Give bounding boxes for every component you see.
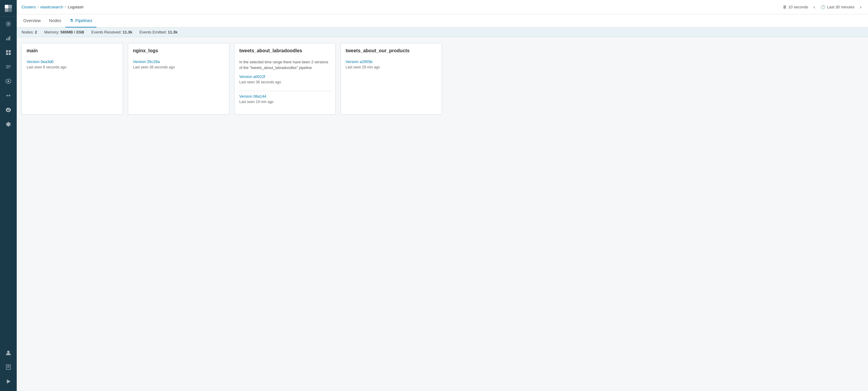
svg-rect-8: [9, 36, 10, 40]
stat-nodes: Nodes: 2: [22, 30, 37, 34]
pipeline-title-main: main: [27, 48, 118, 54]
pipeline-version-block-main-0: Version 0ea3d0Last seen 8 seconds ago: [27, 59, 118, 69]
svg-rect-13: [6, 65, 11, 66]
breadcrumb-elasticsearch[interactable]: elasticsearch: [40, 5, 63, 9]
sidebar-icon-monitoring[interactable]: [0, 103, 17, 117]
pipeline-card-tweets_about_our_products: tweets_about_our_productsVersion a2955bL…: [341, 43, 442, 115]
sidebar-icon-devtools[interactable]: [0, 88, 17, 103]
pipeline-version-block-tweets_about_our_products-0: Version a2955bLast seen 29 min ago: [346, 59, 437, 69]
sidebar-icon-canvas[interactable]: [0, 60, 17, 74]
clock-icon: 🕐: [820, 5, 825, 9]
svg-rect-19: [6, 365, 10, 369]
pipeline-note-tweets_about_labradoodles: In the selected time range there have be…: [239, 59, 331, 71]
pipeline-last-seen-nginx_logs-0: Last seen 38 seconds ago: [133, 65, 224, 69]
nav-tabs: Overview Nodes ⚗ Pipelines: [17, 14, 868, 28]
refresh-interval[interactable]: 10 seconds: [788, 5, 808, 9]
svg-rect-17: [8, 95, 9, 96]
prev-time-button[interactable]: ‹: [812, 4, 817, 10]
svg-rect-9: [6, 50, 8, 52]
breadcrumb: Clusters / elasticsearch / Logstash: [22, 5, 84, 9]
pipeline-version-link-tweets_about_our_products-0[interactable]: Version a2955b: [346, 59, 437, 64]
pipeline-version-link-tweets_about_labradoodles-0[interactable]: Version a0022f: [239, 74, 331, 79]
pipeline-last-seen-tweets_about_labradoodles-0: Last seen 38 seconds ago: [239, 80, 331, 84]
svg-rect-22: [7, 366, 9, 366]
breadcrumb-clusters[interactable]: Clusters: [22, 5, 36, 9]
pipeline-version-link-nginx_logs-0[interactable]: Version 35c29a: [133, 59, 224, 64]
time-range-control[interactable]: 🕐 Last 30 minutes: [820, 5, 855, 9]
breadcrumb-sep-2: /: [65, 5, 66, 9]
header-controls: ⏸ 10 seconds ‹ 🕐 Last 30 minutes ›: [782, 4, 863, 10]
svg-rect-7: [8, 37, 9, 40]
pipeline-version-block-nginx_logs-0: Version 35c29aLast seen 38 seconds ago: [133, 59, 224, 69]
header: Clusters / elasticsearch / Logstash ⏸ 10…: [17, 0, 868, 14]
svg-rect-0: [5, 5, 8, 8]
tab-pipelines-label: Pipelines: [75, 18, 92, 23]
breadcrumb-sep-1: /: [38, 5, 39, 9]
tab-overview-label: Overview: [23, 18, 41, 23]
svg-rect-20: [7, 366, 9, 367]
svg-point-18: [7, 351, 9, 353]
next-time-button[interactable]: ›: [858, 4, 863, 10]
sidebar-icon-saved[interactable]: [0, 360, 17, 374]
pipeline-card-nginx_logs: nginx_logsVersion 35c29aLast seen 38 sec…: [128, 43, 229, 115]
svg-rect-12: [9, 53, 11, 55]
tab-nodes-label: Nodes: [49, 18, 61, 23]
pipeline-title-nginx_logs: nginx_logs: [133, 48, 224, 54]
pipeline-version-link-main-0[interactable]: Version 0ea3d0: [27, 59, 118, 64]
svg-rect-6: [6, 38, 7, 40]
pipeline-title-tweets_about_our_products: tweets_about_our_products: [346, 48, 437, 54]
breadcrumb-current: Logstash: [68, 5, 84, 9]
svg-point-5: [7, 23, 9, 25]
pipeline-last-seen-main-0: Last seen 8 seconds ago: [27, 65, 118, 69]
pipeline-cards-area: mainVersion 0ea3d0Last seen 8 seconds ag…: [17, 37, 868, 391]
pipeline-title-tweets_about_labradoodles: tweets_about_labradoodles: [239, 48, 331, 54]
sidebar-icon-management[interactable]: [0, 117, 17, 131]
pipeline-version-block-tweets_about_labradoodles-1: Version 08a144Last seen 19 min ago: [239, 94, 331, 104]
logo[interactable]: [0, 0, 17, 17]
pipeline-card-main: mainVersion 0ea3d0Last seen 8 seconds ag…: [22, 43, 123, 115]
svg-rect-15: [6, 68, 9, 68]
pipeline-version-block-tweets_about_labradoodles-0: Version a0022fLast seen 38 seconds ago: [239, 74, 331, 84]
svg-rect-14: [6, 67, 11, 67]
stat-memory: Memory: 580MB / 2GB: [44, 30, 84, 34]
tab-nodes[interactable]: Nodes: [45, 14, 65, 28]
svg-rect-21: [7, 367, 9, 368]
svg-rect-11: [6, 53, 8, 55]
sidebar-icon-ml[interactable]: [0, 74, 17, 88]
sidebar-bottom: [0, 345, 17, 391]
tab-overview[interactable]: Overview: [19, 14, 45, 28]
sidebar-icon-dashboard[interactable]: [0, 46, 17, 60]
svg-rect-1: [8, 5, 12, 8]
svg-point-16: [7, 80, 9, 82]
pipeline-last-seen-tweets_about_our_products-0: Last seen 29 min ago: [346, 65, 437, 69]
svg-rect-3: [8, 8, 12, 12]
pipeline-last-seen-tweets_about_labradoodles-1: Last seen 19 min ago: [239, 100, 331, 104]
tab-pipelines[interactable]: ⚗ Pipelines: [65, 14, 96, 28]
pause-icon[interactable]: ⏸: [782, 4, 787, 10]
sidebar-icon-discover[interactable]: [0, 17, 17, 31]
pause-control: ⏸ 10 seconds: [782, 4, 808, 10]
sidebar-icon-visualize[interactable]: [0, 31, 17, 46]
sidebar-icon-user[interactable]: [0, 345, 17, 360]
pipeline-card-tweets_about_labradoodles: tweets_about_labradoodlesIn the selected…: [234, 43, 336, 115]
svg-rect-10: [9, 50, 11, 52]
stat-events-emitted: Events Emitted: 11.3k: [140, 30, 178, 34]
stats-bar: Nodes: 2 Memory: 580MB / 2GB Events Rece…: [17, 28, 868, 37]
sidebar-icon-play[interactable]: [0, 374, 17, 389]
svg-rect-2: [5, 8, 8, 12]
pipelines-tab-icon: ⚗: [70, 18, 73, 23]
main-content: Clusters / elasticsearch / Logstash ⏸ 10…: [17, 0, 868, 391]
pipeline-version-link-tweets_about_labradoodles-1[interactable]: Version 08a144: [239, 94, 331, 98]
stat-events-received: Events Received: 11.3k: [91, 30, 132, 34]
time-range-label: Last 30 minutes: [827, 5, 855, 9]
sidebar: [0, 0, 17, 391]
